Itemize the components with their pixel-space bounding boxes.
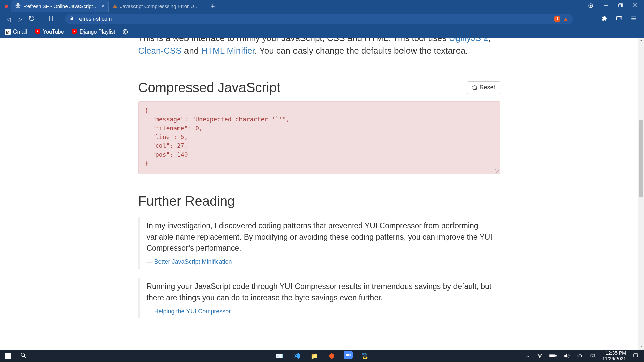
wallet-icon[interactable] [616,15,623,23]
scroll-down-arrow[interactable]: ▾ [638,344,644,350]
page-viewport: This is a web interface to minify your J… [0,38,638,350]
toolbar-right [602,15,640,23]
bookmark-youtube[interactable]: YouTube [35,29,64,35]
scroll-thumb[interactable] [639,120,643,197]
reset-button[interactable]: Reset [467,81,500,94]
divider [138,67,500,67]
extensions-icon[interactable] [602,15,608,23]
quote-body: In my investigation, I discovered coding… [147,220,494,254]
back-button[interactable]: ◁ [4,16,13,22]
bookmark-icon[interactable] [48,15,54,23]
cleancss-link[interactable]: Clean-CSS [138,46,182,56]
clock-time: 12:35 PM [602,350,626,356]
address-bar: ◁ ▷ refresh-sf.com | 1 ▲ [0,12,644,26]
taskbar-apps: 📧 📁 [274,351,370,361]
browser-chrome: Refresh SF - Online JavaScript an × Java… [0,0,644,38]
cite-link[interactable]: Better JavaScript Minification [154,258,232,265]
bookmark-globe[interactable] [122,29,128,35]
clock-date: 11/26/2021 [602,356,626,362]
url-input[interactable]: refresh-sf.com | 1 ▲ [65,14,573,24]
youtube-icon [71,29,77,35]
error-output[interactable]: { "message": "Unexpected character '`'",… [138,101,500,174]
python-app-icon[interactable] [359,351,370,361]
quote-block: Running your JavaScript code through YUI… [138,278,500,318]
zoom-app-icon[interactable] [344,351,353,359]
quote-cite: Helping the YUI Compressor [147,308,494,315]
reload-button[interactable] [27,15,36,23]
tray-chevron-icon[interactable]: ︿ [526,353,530,359]
keyboard-icon[interactable] [590,353,596,359]
vscode-app-icon[interactable] [291,351,302,361]
close-icon[interactable] [633,3,637,10]
svg-point-9 [21,353,25,357]
bookmark-label: Django Playlist [80,29,115,35]
maximize-icon[interactable] [618,3,623,10]
intro-text: . You can easly change the defaults belo… [255,46,468,56]
section-heading: Compressed JavaScript [138,80,281,95]
wifi-icon[interactable] [537,353,543,359]
resize-handle[interactable] [495,169,499,173]
brave-app-icon[interactable] [326,351,337,361]
vpn-icon[interactable] [588,3,593,10]
svg-rect-14 [550,355,554,356]
shield-badge[interactable]: 1 [554,16,560,22]
record-icon [5,5,8,8]
forward-button[interactable]: ▷ [15,16,25,22]
svg-rect-3 [619,4,621,7]
mail-app-icon[interactable]: 📧 [274,351,285,361]
intro-text: This is a web interface to minify your J… [138,38,449,43]
lock-icon [70,16,74,22]
htmlminifier-link[interactable]: HTML Minifier [201,46,254,56]
volume-icon[interactable] [564,353,570,360]
battery-icon[interactable] [549,353,557,359]
svg-rect-5 [620,18,622,19]
new-tab-button[interactable]: + [206,2,220,11]
brave-logo-icon: ▲ [563,16,568,22]
menu-icon[interactable] [631,15,637,23]
pos-link[interactable]: pos [155,151,166,158]
tab-title: Refresh SF - Online JavaScript an [23,3,99,9]
window-controls [588,3,644,10]
vertical-scrollbar[interactable]: ▴ ▾ [638,38,644,350]
start-button[interactable] [5,353,11,359]
quote-block: In my investigation, I discovered coding… [138,217,500,269]
reset-label: Reset [479,84,495,91]
bookmark-label: Gmail [13,29,27,35]
bookmark-gmail[interactable]: M Gmail [5,29,27,35]
bookmark-label: YouTube [43,29,64,35]
svg-rect-15 [591,354,595,357]
quote-body: Running your JavaScript code through YUI… [147,281,494,303]
cite-link[interactable]: Helping the YUI Compressor [154,308,231,315]
gmail-icon: M [5,29,11,35]
quote-cite: Better JavaScript Minification [147,258,494,265]
further-reading-heading: Further Reading [138,194,500,209]
close-icon[interactable]: × [101,3,104,9]
reset-icon [472,85,477,90]
svg-rect-13 [556,355,557,356]
globe-icon [15,3,21,9]
svg-rect-16 [634,354,638,357]
youtube-icon [35,29,41,35]
tab-title: Javascript Compresssing Error Unexpe [120,3,202,9]
svg-point-2 [590,5,591,6]
tab-active[interactable]: Refresh SF - Online JavaScript an × [11,0,109,12]
tab-inactive[interactable]: Javascript Compresssing Error Unexpe [109,0,206,12]
search-icon[interactable] [20,352,26,360]
svg-rect-10 [346,354,349,356]
svg-point-11 [540,357,540,357]
url-actions: | 1 ▲ [550,16,568,22]
svg-rect-4 [617,16,622,20]
onedrive-icon[interactable] [576,353,583,359]
notifications-icon[interactable] [633,353,639,360]
clock[interactable]: 12:35 PM 11/26/2021 [602,350,626,362]
explorer-app-icon[interactable]: 📁 [309,351,320,361]
scroll-up-arrow[interactable]: ▴ [638,38,644,44]
url-text: refresh-sf.com [77,16,112,22]
intro-paragraph: This is a web interface to minify your J… [138,38,500,57]
tab-bar: Refresh SF - Online JavaScript an × Java… [0,0,644,12]
bookmarks-bar: M Gmail YouTube Django Playlist [0,26,644,38]
bookmark-django[interactable]: Django Playlist [71,29,115,35]
minimize-icon[interactable] [603,3,608,10]
uglifyjs-link[interactable]: UglifyJS 2 [449,38,488,43]
taskbar: 📧 📁 ︿ 12:35 PM 11/26/2021 [0,350,644,362]
